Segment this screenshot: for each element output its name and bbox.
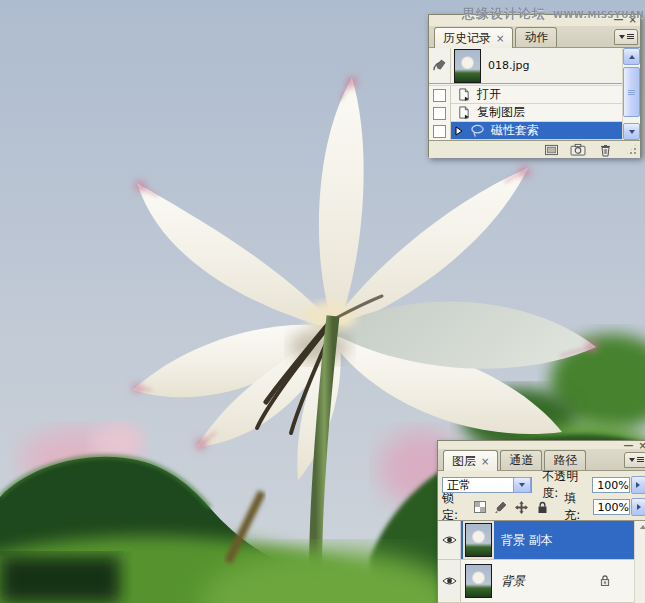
chevron-right-icon xyxy=(636,482,640,488)
new-snapshot-button[interactable] xyxy=(569,143,587,157)
layers-panel-menu-button[interactable] xyxy=(624,452,645,468)
history-panel: — × 历史记录 × 动作 018.jp xyxy=(428,14,641,157)
tab-paths-label: 路径 xyxy=(553,453,577,468)
tab-layers[interactable]: 图层 × xyxy=(443,450,498,471)
history-checkbox-cell xyxy=(429,104,451,122)
lock-label: 锁定: xyxy=(442,490,466,524)
tab-actions-label: 动作 xyxy=(524,30,548,45)
lock-position-button[interactable] xyxy=(514,500,529,515)
document-state-icon xyxy=(455,88,471,102)
layer-row-background[interactable]: 背景 xyxy=(438,560,634,603)
menu-lines-icon xyxy=(627,34,634,40)
tab-actions[interactable]: 动作 xyxy=(515,27,557,47)
opacity-field[interactable]: 100% xyxy=(592,477,629,493)
history-state-marker[interactable] xyxy=(455,126,463,136)
combo-dropdown-button[interactable] xyxy=(513,477,531,493)
scroll-up-button[interactable] xyxy=(623,48,640,65)
layer-thumbnail[interactable] xyxy=(465,564,492,598)
scroll-track[interactable] xyxy=(623,65,640,123)
layers-tabstrip: 图层 × 通道 路径 xyxy=(438,449,645,471)
history-brush-checkbox[interactable] xyxy=(433,125,446,138)
scroll-thumb[interactable] xyxy=(623,67,640,117)
history-checkbox-cell xyxy=(429,122,451,140)
fill-slider-button[interactable] xyxy=(631,498,645,516)
delete-state-button[interactable] xyxy=(596,143,614,157)
chevron-up-icon xyxy=(640,525,645,529)
tab-channels[interactable]: 通道 xyxy=(500,450,542,470)
history-scrollbar xyxy=(622,48,640,140)
layer-visibility-toggle[interactable] xyxy=(438,560,461,602)
lock-transparency-button[interactable] xyxy=(472,500,487,515)
chevron-right-icon xyxy=(637,504,641,510)
layer-name: 背景 副本 xyxy=(501,532,553,549)
history-brush-checkbox[interactable] xyxy=(433,89,446,102)
chevron-down-icon xyxy=(519,483,525,487)
history-checkbox-cell xyxy=(429,86,451,104)
history-state-row-open[interactable]: 打开 xyxy=(429,86,622,104)
eye-icon xyxy=(442,576,457,586)
lock-all-button[interactable] xyxy=(535,500,550,515)
history-panel-menu-button[interactable] xyxy=(614,29,638,45)
close-button[interactable]: × xyxy=(629,15,637,25)
layers-controls: 正常 不透明度: 100% 锁定: xyxy=(438,471,645,520)
history-panel-titlebar[interactable]: — × xyxy=(429,15,640,26)
fill-label: 填充: xyxy=(564,490,588,524)
history-snapshot-row[interactable]: 018.jpg xyxy=(429,48,622,84)
opacity-slider-button[interactable] xyxy=(631,476,645,494)
layer-list: 背景 副本 背景 xyxy=(438,520,645,603)
layer-thumbnail[interactable] xyxy=(465,523,492,557)
snapshot-thumbnail[interactable] xyxy=(454,49,481,83)
tab-paths[interactable]: 路径 xyxy=(544,450,586,470)
history-state-row-magnetic-lasso[interactable]: 磁性套索 xyxy=(429,122,622,140)
tab-channels-label: 通道 xyxy=(509,453,533,468)
scroll-down-button[interactable] xyxy=(623,123,640,140)
layers-scrollbar[interactable] xyxy=(634,521,645,603)
document-state-icon xyxy=(455,106,471,120)
chevron-down-icon xyxy=(619,35,625,39)
tab-history[interactable]: 历史记录 × xyxy=(434,27,513,48)
layer-row-background-copy[interactable]: 背景 副本 xyxy=(438,521,634,560)
history-state-label: 打开 xyxy=(477,86,501,103)
tab-history-label: 历史记录 xyxy=(443,31,491,46)
screenshot-root: { "watermark": { "site_name": "思缘设计论坛", … xyxy=(0,0,645,603)
history-bottom-bar xyxy=(429,141,640,158)
chevron-up-icon xyxy=(629,55,635,59)
lock-image-button[interactable] xyxy=(493,500,508,515)
layer-name: 背景 xyxy=(501,573,525,590)
new-document-from-state-button[interactable] xyxy=(542,143,560,157)
history-brush-source-cell[interactable] xyxy=(429,48,451,83)
layers-panel: — × 图层 × 通道 路径 正常 不透明度: 100% xyxy=(437,440,645,603)
fill-value: 100% xyxy=(598,501,629,514)
history-tabstrip: 历史记录 × 动作 xyxy=(429,26,640,48)
history-state-label: 复制图层 xyxy=(477,104,525,121)
tab-layers-label: 图层 xyxy=(452,454,476,469)
eye-icon xyxy=(442,535,457,545)
chevron-down-icon xyxy=(629,130,635,134)
history-state-label: 磁性套索 xyxy=(491,122,539,139)
snapshot-name: 018.jpg xyxy=(488,59,530,72)
history-brush-icon xyxy=(432,59,447,72)
menu-lines-icon xyxy=(637,457,644,463)
resize-grip[interactable] xyxy=(625,143,638,156)
opacity-value: 100% xyxy=(597,479,628,492)
tab-layers-close-icon[interactable]: × xyxy=(481,454,489,469)
minimize-button[interactable]: — xyxy=(614,15,624,25)
fill-field[interactable]: 100% xyxy=(593,499,630,515)
history-list: 018.jpg 打开 复制图层 xyxy=(429,48,640,141)
history-state-row-duplicate-layer[interactable]: 复制图层 xyxy=(429,104,622,122)
layers-panel-titlebar[interactable]: — × xyxy=(438,441,645,449)
magnetic-lasso-icon xyxy=(469,124,485,138)
tab-history-close-icon[interactable]: × xyxy=(496,31,504,46)
history-brush-checkbox[interactable] xyxy=(433,107,446,120)
layer-visibility-toggle[interactable] xyxy=(438,521,461,559)
layer-locked-icon xyxy=(600,572,610,591)
chevron-down-icon xyxy=(629,458,635,462)
